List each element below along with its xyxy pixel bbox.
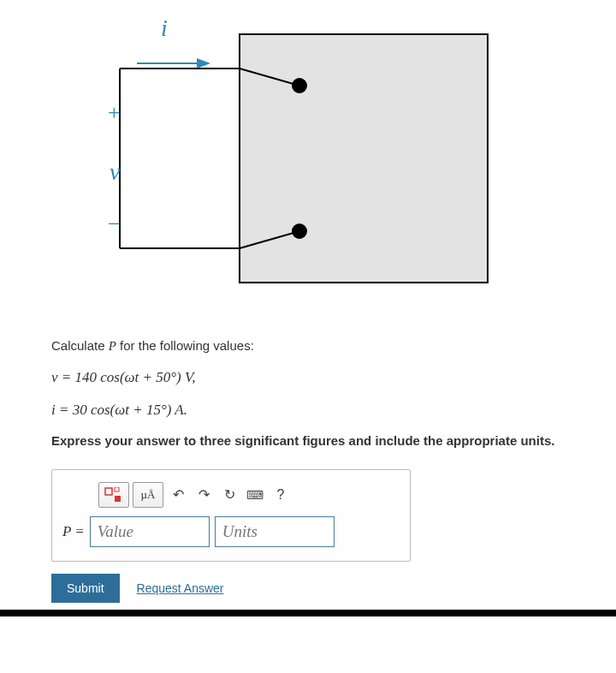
svg-rect-5 [240,34,488,283]
svg-marker-2 [197,58,210,68]
voltage-label: v [110,158,121,185]
svg-point-9 [292,223,307,239]
answer-toolbar: µÅ ↶ ↷ ↻ ⌨ ? [98,482,400,508]
circuit-svg: i + v − [51,0,565,308]
help-icon[interactable]: ? [270,484,292,506]
redo-icon[interactable]: ↷ [192,484,215,506]
keyboard-icon[interactable]: ⌨ [244,484,266,506]
plus-sign: + [108,100,121,125]
answer-box: µÅ ↶ ↷ ↻ ⌨ ? P = [51,469,411,562]
svg-rect-11 [115,487,119,491]
answer-lhs: P = [62,523,85,540]
svg-rect-10 [105,488,112,495]
reset-icon[interactable]: ↻ [218,484,240,506]
svg-point-7 [292,78,307,93]
request-answer-link[interactable]: Request Answer [137,581,224,595]
minus-sign: − [108,211,121,236]
template-button[interactable] [98,482,129,508]
submit-button[interactable]: Submit [51,574,120,603]
undo-icon[interactable]: ↶ [167,484,189,506]
svg-rect-12 [115,496,121,502]
circuit-diagram: i + v − [51,0,565,308]
units-button[interactable]: µÅ [133,482,163,508]
template-icon [104,487,123,503]
problem-intro: Calculate P for the following values: [51,334,565,359]
equation-i: i = 30 cos(ωt + 15°) A. [51,396,565,424]
value-input[interactable] [90,516,210,547]
current-label: i [161,15,168,41]
bottom-bar [0,610,616,616]
equation-v: v = 140 cos(ωt + 50°) V, [51,364,565,391]
sig-fig-instruction: Express your answer to three significant… [51,429,565,454]
units-input[interactable] [215,516,335,547]
